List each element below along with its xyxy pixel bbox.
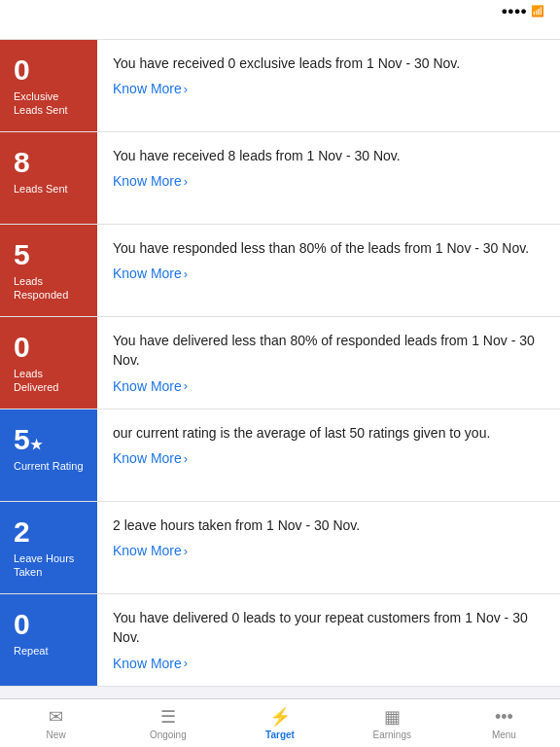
chevron-right-icon: › bbox=[184, 378, 188, 393]
nav-label-menu: Menu bbox=[492, 729, 516, 740]
status-time-date bbox=[12, 5, 15, 17]
star-icon: ★ bbox=[30, 437, 43, 452]
card-badge-leads-delivered: 0Leads Delivered bbox=[0, 317, 97, 409]
know-more-link-leave-hours-taken[interactable]: Know More › bbox=[113, 543, 546, 558]
card-badge-repeat-customers: 0Repeat bbox=[0, 594, 97, 686]
card-content-leads-responded: You have responded less than 80% of the … bbox=[97, 225, 560, 316]
nav-item-ongoing[interactable]: ☰Ongoing bbox=[112, 702, 224, 744]
card-badge-leave-hours-taken: 2Leave Hours Taken bbox=[0, 502, 97, 593]
badge-number-repeat-customers: 0 bbox=[14, 608, 30, 640]
nav-icon-menu: ••• bbox=[495, 707, 513, 728]
know-more-text: Know More bbox=[113, 378, 182, 394]
wifi-icon: 📶 bbox=[531, 5, 544, 18]
nav-icon-ongoing: ☰ bbox=[160, 706, 176, 728]
know-more-link-leads-delivered[interactable]: Know More › bbox=[113, 378, 546, 394]
card-content-leads-delivered: You have delivered less than 80% of resp… bbox=[97, 317, 560, 409]
card-content-exclusive-leads-sent: You have received 0 exclusive leads from… bbox=[97, 40, 560, 131]
badge-label-current-rating: Current Rating bbox=[14, 459, 84, 473]
nav-item-earnings[interactable]: ▦Earnings bbox=[336, 702, 448, 744]
chevron-right-icon: › bbox=[184, 656, 188, 670]
card-description-leads-delivered: You have delivered less than 80% of resp… bbox=[113, 331, 546, 371]
know-more-link-leads-sent[interactable]: Know More › bbox=[113, 173, 546, 189]
nav-icon-target: ⚡ bbox=[269, 706, 291, 728]
badge-number-leads-delivered: 0 bbox=[14, 331, 30, 363]
card-description-repeat-customers: You have delivered 0 leads to your repea… bbox=[113, 608, 546, 648]
card-row-current-rating: 5★Current Ratingour current rating is th… bbox=[0, 409, 560, 502]
badge-number-exclusive-leads-sent: 0 bbox=[14, 53, 30, 86]
card-description-leave-hours-taken: 2 leave hours taken from 1 Nov - 30 Nov. bbox=[113, 516, 546, 535]
know-more-text: Know More bbox=[113, 266, 182, 281]
card-badge-leads-sent: 8Leads Sent bbox=[0, 132, 97, 224]
card-row-leave-hours-taken: 2Leave Hours Taken2 leave hours taken fr… bbox=[0, 502, 560, 594]
bottom-nav: ✉New☰Ongoing⚡Target▦Earnings•••Menu bbox=[0, 698, 560, 747]
nav-label-target: Target bbox=[265, 729, 295, 740]
card-row-leads-delivered: 0Leads DeliveredYou have delivered less … bbox=[0, 317, 560, 409]
know-more-link-current-rating[interactable]: Know More › bbox=[113, 450, 546, 466]
know-more-text: Know More bbox=[113, 543, 182, 558]
status-bar: ●●●● 📶 bbox=[0, 0, 560, 21]
nav-item-menu[interactable]: •••Menu bbox=[448, 703, 560, 744]
badge-label-exclusive-leads-sent: Exclusive Leads Sent bbox=[14, 89, 88, 118]
badge-label-repeat-customers: Repeat bbox=[14, 644, 48, 658]
card-content-repeat-customers: You have delivered 0 leads to your repea… bbox=[97, 594, 560, 686]
card-badge-leads-responded: 5Leads Responded bbox=[0, 225, 97, 316]
nav-icon-earnings: ▦ bbox=[384, 706, 401, 728]
chevron-right-icon: › bbox=[184, 267, 188, 281]
know-more-link-repeat-customers[interactable]: Know More › bbox=[113, 656, 546, 671]
nav-label-earnings: Earnings bbox=[372, 729, 410, 740]
nav-label-new: New bbox=[47, 729, 66, 740]
badge-number-current-rating: 5★ bbox=[14, 423, 43, 455]
card-content-leave-hours-taken: 2 leave hours taken from 1 Nov - 30 Nov.… bbox=[97, 502, 560, 593]
badge-number-leads-sent: 8 bbox=[14, 146, 30, 178]
badge-label-leave-hours-taken: Leave Hours Taken bbox=[14, 551, 88, 580]
know-more-text: Know More bbox=[113, 656, 182, 671]
card-description-leads-sent: You have received 8 leads from 1 Nov - 3… bbox=[113, 146, 546, 165]
nav-icon-new: ✉ bbox=[49, 706, 63, 728]
know-more-text: Know More bbox=[113, 450, 182, 466]
card-row-repeat-customers: 0RepeatYou have delivered 0 leads to you… bbox=[0, 594, 560, 687]
card-row-leads-sent: 8Leads SentYou have received 8 leads fro… bbox=[0, 132, 560, 225]
badge-label-leads-responded: Leads Responded bbox=[14, 274, 88, 302]
card-content-leads-sent: You have received 8 leads from 1 Nov - 3… bbox=[97, 132, 560, 224]
nav-label-ongoing: Ongoing bbox=[150, 729, 187, 740]
badge-label-leads-sent: Leads Sent bbox=[14, 182, 68, 196]
card-description-leads-responded: You have responded less than 80% of the … bbox=[113, 238, 546, 258]
know-more-text: Know More bbox=[113, 81, 182, 96]
page-title-bar bbox=[0, 21, 560, 40]
know-more-link-leads-responded[interactable]: Know More › bbox=[113, 266, 546, 281]
signal-icon: ●●●● bbox=[501, 5, 527, 17]
know-more-text: Know More bbox=[113, 173, 182, 189]
nav-item-new[interactable]: ✉New bbox=[0, 702, 112, 744]
badge-label-leads-delivered: Leads Delivered bbox=[14, 367, 88, 395]
card-badge-current-rating: 5★Current Rating bbox=[0, 409, 97, 501]
card-description-current-rating: our current rating is the average of las… bbox=[113, 423, 546, 443]
chevron-right-icon: › bbox=[184, 174, 188, 189]
nav-item-target[interactable]: ⚡Target bbox=[224, 702, 335, 744]
badge-number-leads-responded: 5 bbox=[14, 238, 30, 270]
chevron-right-icon: › bbox=[184, 451, 188, 466]
chevron-right-icon: › bbox=[184, 82, 188, 96]
card-description-exclusive-leads-sent: You have received 0 exclusive leads from… bbox=[113, 53, 546, 73]
card-list: 0Exclusive Leads SentYou have received 0… bbox=[0, 40, 560, 740]
card-badge-exclusive-leads-sent: 0Exclusive Leads Sent bbox=[0, 40, 97, 131]
card-row-leads-responded: 5Leads RespondedYou have responded less … bbox=[0, 225, 560, 317]
status-icons: ●●●● 📶 bbox=[501, 5, 548, 18]
know-more-link-exclusive-leads-sent[interactable]: Know More › bbox=[113, 81, 546, 96]
card-content-current-rating: our current rating is the average of las… bbox=[97, 409, 560, 501]
badge-number-leave-hours-taken: 2 bbox=[14, 516, 30, 548]
card-row-exclusive-leads-sent: 0Exclusive Leads SentYou have received 0… bbox=[0, 40, 560, 132]
chevron-right-icon: › bbox=[184, 544, 188, 558]
